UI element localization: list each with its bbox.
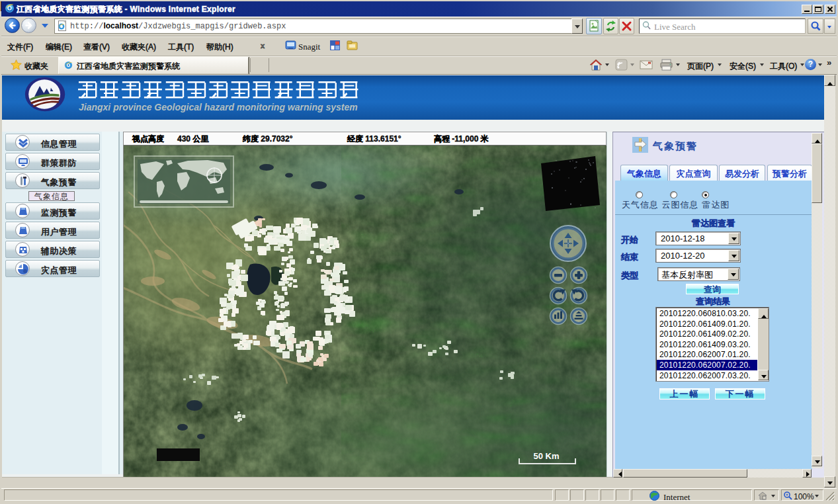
svg-text:50 Km: 50 Km xyxy=(533,451,559,461)
